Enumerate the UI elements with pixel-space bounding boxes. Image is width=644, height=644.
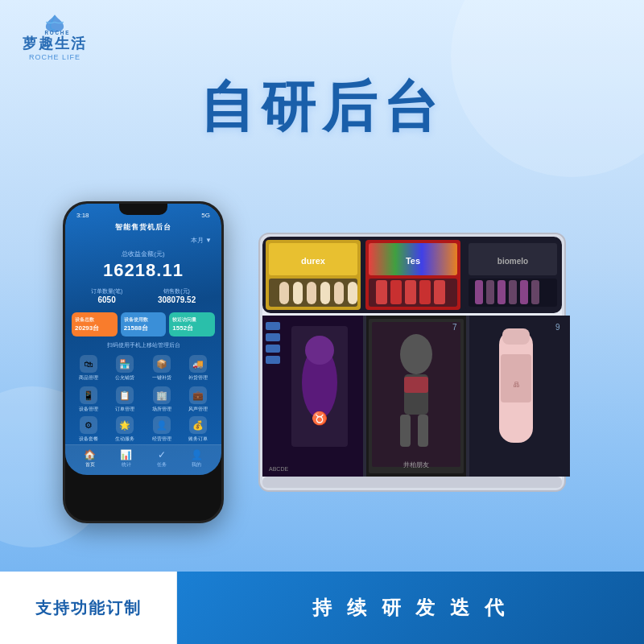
svg-rect-9 xyxy=(293,282,303,304)
menu-icon-packages: ⚙ xyxy=(80,416,97,434)
phone-stat-sales: 销售数(元) 308079.52 xyxy=(158,287,196,304)
svg-text:9: 9 xyxy=(555,323,560,332)
menu-icon-store: 🏪 xyxy=(116,355,134,373)
phone-nav: 🏠 首页 📊 统计 ✓ 任务 👤 我的 xyxy=(65,444,221,475)
svg-rect-34 xyxy=(266,322,280,330)
svg-rect-56 xyxy=(501,354,531,402)
phone-screen: 3:18 5G 智能售货机后台 本月 ▼ 总收益金额(元) 16218.11 订… xyxy=(65,204,221,475)
svg-rect-37 xyxy=(266,356,280,364)
phone-card-visits: 较近访问量 1552台 xyxy=(169,312,215,336)
phone-menu-row3: ⚙ 设备套餐 🌟 生动服务 👤 经营管理 💰 账务订单 xyxy=(65,415,221,444)
menu-item-venue[interactable]: 🏢 场所管理 xyxy=(145,386,179,413)
svg-rect-36 xyxy=(266,345,280,353)
bottom-left: 支持功能订制 xyxy=(0,572,177,644)
menu-icon-assets: 💼 xyxy=(189,386,207,404)
svg-text:biomelo: biomelo xyxy=(497,257,528,266)
page-wrapper: ROCHE LIFE 萝趣生活 ROCHE LIFE 自研后台 3:18 5G … xyxy=(0,0,644,644)
menu-item-products[interactable]: 🛍 商品管理 xyxy=(72,355,105,382)
menu-item-logistics[interactable]: 🚚 补货管理 xyxy=(182,355,216,382)
svg-rect-27 xyxy=(475,280,483,304)
svg-rect-31 xyxy=(520,280,528,304)
period-selector[interactable]: 本月 ▼ xyxy=(191,236,212,245)
svg-rect-29 xyxy=(497,280,506,304)
menu-item-restock[interactable]: 📦 一键补货 xyxy=(145,355,179,382)
phone-card-devices: 设备总数 20293台 xyxy=(72,312,118,336)
nav-stats[interactable]: 📊 统计 xyxy=(120,449,132,469)
svg-rect-20 xyxy=(405,280,416,304)
main-title: 自研后台 xyxy=(0,71,644,144)
vending-machine-svg: durex Tes xyxy=(251,225,573,499)
menu-item-orders[interactable]: 📋 订单管理 xyxy=(109,386,142,413)
menu-icon-logistics: 🚚 xyxy=(189,355,207,373)
svg-rect-12 xyxy=(334,282,344,304)
nav-tasks-icon: ✓ xyxy=(158,449,166,460)
svg-text:ABCDE: ABCDE xyxy=(269,466,288,472)
logo-en: ROCHE LIFE xyxy=(29,53,80,61)
svg-rect-48 xyxy=(400,415,411,447)
svg-rect-32 xyxy=(531,280,539,304)
svg-text:durex: durex xyxy=(301,256,326,266)
menu-item-store[interactable]: 🏪 公允铺货 xyxy=(109,355,142,382)
bottom-left-text: 支持功能订制 xyxy=(35,597,142,619)
svg-text:7: 7 xyxy=(452,323,457,332)
svg-text:♉: ♉ xyxy=(312,411,328,426)
menu-item-service[interactable]: 🌟 生动服务 xyxy=(109,416,142,443)
menu-item-finance[interactable]: 💰 账务订单 xyxy=(182,416,216,443)
svg-rect-11 xyxy=(320,282,330,304)
menu-item-device[interactable]: 📱 设备管理 xyxy=(72,386,105,413)
svg-rect-50 xyxy=(404,377,428,393)
phone-signal: 5G xyxy=(201,212,210,219)
svg-rect-8 xyxy=(279,282,289,304)
nav-profile-icon: 👤 xyxy=(191,449,203,460)
header: ROCHE LIFE 萝趣生活 ROCHE LIFE xyxy=(0,0,644,68)
svg-rect-55 xyxy=(502,328,530,345)
menu-icon-finance: 💰 xyxy=(189,416,207,434)
menu-icon-products: 🛍 xyxy=(80,355,97,373)
menu-item-assets[interactable]: 💼 风声管理 xyxy=(182,386,216,413)
phone-card-active: 设备使用数 21588台 xyxy=(121,312,167,336)
phone-promo: 扫码使用手机上移站管理后台 xyxy=(65,340,221,352)
svg-rect-60 xyxy=(466,316,469,477)
bottom-right-text: 持 续 研 发 迭 代 xyxy=(312,595,508,621)
menu-item-operation[interactable]: 👤 经营管理 xyxy=(145,416,179,443)
svg-point-46 xyxy=(400,334,432,374)
svg-text:Tes: Tes xyxy=(406,256,420,266)
phone-menu-row1: 🛍 商品管理 🏪 公允铺货 📦 一键补货 🚚 补货管理 xyxy=(65,352,221,385)
nav-tasks[interactable]: ✓ 任务 xyxy=(157,449,167,469)
nav-stats-icon: 📊 xyxy=(120,449,132,460)
nav-home[interactable]: 🏠 首页 xyxy=(84,449,96,469)
phone-notch xyxy=(119,204,167,215)
svg-rect-28 xyxy=(486,280,494,304)
phone-balance-label: 总收益金额(元) xyxy=(65,250,221,258)
svg-rect-59 xyxy=(363,316,366,477)
svg-rect-19 xyxy=(390,280,402,304)
menu-item-packages[interactable]: ⚙ 设备套餐 xyxy=(72,416,105,443)
svg-text:井柏朋友: 井柏朋友 xyxy=(403,461,429,469)
svg-rect-35 xyxy=(266,333,280,341)
menu-icon-service: 🌟 xyxy=(116,416,134,434)
svg-rect-18 xyxy=(376,280,387,304)
svg-rect-49 xyxy=(418,415,428,447)
logo-icon: ROCHE LIFE xyxy=(40,13,69,35)
phone-mockup: 3:18 5G 智能售货机后台 本月 ▼ 总收益金额(元) 16218.11 订… xyxy=(63,201,224,523)
phone-time: 3:18 xyxy=(76,212,89,219)
bottom-right: 持 续 研 发 迭 代 xyxy=(177,572,644,644)
phone-app-title: 智能售货机后台 xyxy=(65,221,221,234)
svg-rect-10 xyxy=(307,282,316,304)
content-row: 3:18 5G 智能售货机后台 本月 ▼ 总收益金额(元) 16218.11 订… xyxy=(0,154,644,572)
menu-icon-operation: 👤 xyxy=(153,416,171,434)
svg-text:品: 品 xyxy=(514,382,519,387)
svg-rect-61 xyxy=(262,477,562,488)
phone-menu-row2: 📱 设备管理 📋 订单管理 🏢 场所管理 💼 风声管理 xyxy=(65,385,221,415)
phone-cards-row: 设备总数 20293台 设备使用数 21588台 较近访问量 1552台 xyxy=(65,309,221,340)
phone-period: 本月 ▼ xyxy=(65,234,221,246)
nav-profile[interactable]: 👤 我的 xyxy=(191,449,203,469)
menu-icon-venue: 🏢 xyxy=(153,386,171,404)
bottom-bar: 支持功能订制 持 续 研 发 迭 代 xyxy=(0,572,644,644)
menu-icon-restock: 📦 xyxy=(153,355,171,373)
svg-rect-21 xyxy=(419,280,431,304)
svg-rect-30 xyxy=(509,280,517,304)
nav-home-icon: 🏠 xyxy=(84,449,96,460)
vending-machine: durex Tes xyxy=(243,225,581,499)
svg-rect-22 xyxy=(434,280,445,304)
